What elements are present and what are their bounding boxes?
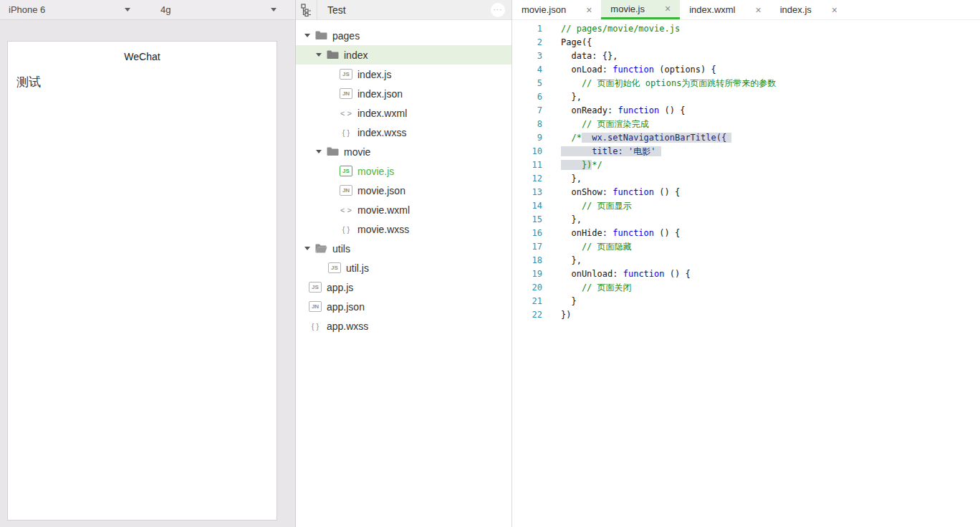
editor-panel: movie.json × movie.js × index.wxml × ind… [512,0,980,527]
code-line[interactable]: 11 })*/ [512,158,980,172]
line-number: 9 [512,131,542,145]
chevron-down-icon [316,150,322,153]
js-file-icon: JS [328,262,341,273]
line-number: 14 [512,199,542,213]
line-number: 10 [512,145,542,158]
tree-item-label: movie.wxss [357,224,409,235]
phone-preview[interactable]: WeChat 测试 [7,41,277,521]
tab-movie-js[interactable]: movie.js × [601,0,680,19]
close-icon[interactable]: × [586,5,592,15]
tree-item-label: app.js [327,282,353,293]
code-line[interactable]: 21 } [512,295,980,308]
tree-item-label: movie.wxml [357,204,410,216]
tree-item-app-wxss[interactable]: { } app.wxss [296,316,511,336]
tab-index-wxml[interactable]: index.wxml × [680,0,770,19]
code-editor[interactable]: 1// pages/movie/movie.js 2Page({ 3 data:… [512,20,980,527]
file-explorer-panel: Test ··· pages index JS index.js JN [296,0,512,527]
folder-icon [327,50,339,60]
line-number: 19 [512,267,542,281]
phone-page-text: 测试 [8,62,277,90]
code-line[interactable]: 8 // 页面渲染完成 [512,118,980,131]
tree-item-pages[interactable]: pages [296,26,511,45]
code-line[interactable]: 4 onLoad: function (options) { [512,63,980,77]
device-selector[interactable]: iPhone 6 [0,0,140,19]
line-number: 12 [512,172,542,186]
json-file-icon: JN [309,301,322,312]
tree-item-label: movie.json [357,185,405,196]
tree-item-label: pages [332,30,360,42]
explorer-header: Test ··· [296,0,511,20]
close-icon[interactable]: × [756,5,762,15]
code-line[interactable]: 16 onHide: function () { [512,227,980,240]
tree-item-index-wxss[interactable]: { } index.wxss [296,123,511,142]
json-file-icon: JN [340,88,352,99]
chevron-down-icon [125,8,130,11]
code-line[interactable]: 1// pages/movie/movie.js [512,22,980,36]
line-number: 16 [512,227,542,240]
code-line[interactable]: 20 // 页面关闭 [512,281,980,295]
file-tree: pages index JS index.js JN index.json < … [296,20,511,336]
tree-item-index-json[interactable]: JN index.json [296,84,511,103]
tree-item-label: index [344,49,368,61]
tree-item-movie-wxss[interactable]: { } movie.wxss [296,219,511,239]
code-line[interactable]: 18 }, [512,254,980,267]
code-line[interactable]: 5 // 页面初始化 options为页面跳转所带来的参数 [512,77,980,90]
line-number: 5 [512,77,542,90]
line-number: 13 [512,186,542,199]
code-line[interactable]: 12 }, [512,172,980,186]
line-number: 2 [512,36,542,49]
code-line[interactable]: 14 // 页面显示 [512,199,980,213]
tab-index-js[interactable]: index.js × [771,0,847,19]
line-number: 7 [512,104,542,118]
tree-item-index[interactable]: index [296,45,511,65]
code-line[interactable]: 22}) [512,308,980,322]
tree-item-movie-js[interactable]: JS movie.js [296,161,511,181]
code-line[interactable]: 6 }, [512,90,980,104]
tree-item-movie-wxml[interactable]: < > movie.wxml [296,200,511,219]
code-line[interactable]: 3 data: {}, [512,49,980,63]
network-selector-label: 4g [160,4,170,15]
code-line[interactable]: 17 // 页面隐藏 [512,240,980,254]
code-line[interactable]: 19 onUnload: function () { [512,267,980,281]
project-structure-icon[interactable] [296,0,317,19]
tree-item-util-js[interactable]: JS util.js [296,258,511,277]
tree-item-app-json[interactable]: JN app.json [296,297,511,316]
line-number: 17 [512,240,542,254]
close-icon[interactable]: × [832,5,837,15]
tree-item-label: index.wxss [357,127,406,138]
code-line[interactable]: 10 title: '电影' [512,145,980,158]
selected-text: wx.setNavigationBarTitle({ [582,133,732,143]
tree-item-utils[interactable]: utils [296,239,511,258]
line-number: 18 [512,254,542,267]
tree-item-movie-json[interactable]: JN movie.json [296,181,511,200]
code-line[interactable]: 7 onReady: function () { [512,104,980,118]
wxss-file-icon: { } [340,127,352,138]
tree-item-label: app.wxss [327,321,368,332]
js-file-icon: JS [309,282,322,293]
tree-item-index-js[interactable]: JS index.js [296,65,511,84]
close-icon[interactable]: × [665,4,671,14]
js-file-icon: JS [340,166,352,176]
selected-text: title: '电影' [561,146,661,156]
line-number: 11 [512,158,542,172]
folder-open-icon [315,244,327,253]
code-line[interactable]: 2Page({ [512,36,980,49]
chevron-down-icon [316,53,322,57]
code-line[interactable]: 15 }, [512,213,980,227]
tree-item-app-js[interactable]: JS app.js [296,277,511,297]
line-number: 15 [512,213,542,227]
more-button[interactable]: ··· [491,3,505,17]
tree-item-index-wxml[interactable]: < > index.wxml [296,103,511,123]
chevron-down-icon [304,247,310,250]
code-line[interactable]: 9 /* wx.setNavigationBarTitle({ [512,131,980,145]
tab-label: index.wxml [689,4,735,15]
line-number: 20 [512,281,542,295]
chevron-down-icon [271,8,277,11]
tree-item-movie[interactable]: movie [296,142,511,161]
tree-item-label: movie [344,146,370,158]
wxss-file-icon: { } [340,224,352,234]
tab-label: movie.js [610,4,645,14]
network-selector[interactable]: 4g [140,0,295,19]
tab-movie-json[interactable]: movie.json × [512,0,601,19]
code-line[interactable]: 13 onShow: function () { [512,186,980,199]
